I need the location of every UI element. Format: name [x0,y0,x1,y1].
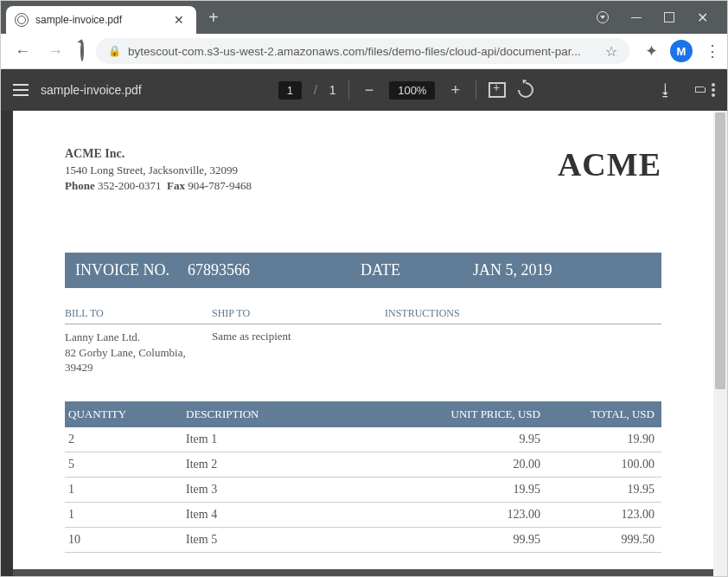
download-icon[interactable]: ⭳ [658,81,674,99]
vertical-scrollbar[interactable] [713,111,727,576]
minimize-button[interactable] [631,17,642,18]
phone-value: 352-200-0371 [98,179,162,192]
globe-icon [15,13,29,27]
back-button[interactable]: ← [10,39,35,64]
toolbar-right: ✦ M ⋮ [636,40,718,62]
table-row: 2 Item 1 9.95 19.90 [65,427,661,452]
titlebar: sample-invoice.pdf ✕ + ✕ [1,1,727,34]
date-label: DATE [361,261,473,279]
page-area[interactable]: ACME Inc. 1540 Long Street, Jacksonville… [13,111,713,576]
pdf-toolbar: sample-invoice.pdf 1 / 1 − 100% + ⭳ [1,69,727,111]
company-block: ACME Inc. 1540 Long Street, Jacksonville… [65,145,252,194]
instructions-label: INSTRUCTIONS [385,307,661,320]
col-quantity: QUANTITY [68,407,186,421]
fax-value: 904-787-9468 [188,179,252,192]
items-header-row: QUANTITY DESCRIPTION UNIT PRICE, USD TOT… [65,401,661,427]
pdf-filename: sample-invoice.pdf [41,83,142,97]
window-controls: ✕ [597,10,727,26]
table-row: 10 Item 5 99.95 999.50 [65,528,661,553]
pdf-viewport: ACME Inc. 1540 Long Street, Jacksonville… [1,111,727,576]
items-table: QUANTITY DESCRIPTION UNIT PRICE, USD TOT… [65,401,661,553]
col-total: TOTAL, USD [540,407,658,421]
page-separator: / [314,83,317,97]
zoom-out-button[interactable]: − [361,81,378,99]
close-window-button[interactable]: ✕ [697,10,708,26]
scrollbar-thumb[interactable] [715,112,725,389]
shipto-value: Same as recipient [212,330,385,375]
zoom-level[interactable]: 100% [389,81,435,99]
phone-label: Phone [65,179,95,192]
url-text: bytescout-com.s3-us-west-2.amazonaws.com… [128,45,598,58]
page-total: 1 [329,83,336,97]
fit-page-icon[interactable] [489,82,506,98]
date-value: JAN 5, 2019 [473,261,646,279]
reload-button[interactable] [75,39,89,64]
section-headers: BILL TO SHIP TO INSTRUCTIONS [65,307,661,324]
billto-name: Lanny Lane Ltd. [65,330,140,343]
zoom-in-button[interactable]: + [447,81,463,99]
forward-button: → [42,39,68,64]
table-row: 5 Item 2 20.00 100.00 [65,452,661,478]
profile-avatar[interactable]: M [670,40,693,62]
col-unit-price: UNIT PRICE, USD [402,407,540,421]
maximize-button[interactable] [664,12,674,22]
address-bar-row: ← → 🔒 bytescout-com.s3-us-west-2.amazona… [1,34,727,69]
col-description: DESCRIPTION [186,407,402,421]
instructions-value [385,330,661,375]
pdf-page: ACME Inc. 1540 Long Street, Jacksonville… [13,111,713,569]
hamburger-icon[interactable] [13,84,29,96]
fax-label: Fax [167,179,185,192]
rotate-icon[interactable] [514,79,536,100]
company-address: 1540 Long Street, Jacksonville, 32099 [65,163,252,178]
invoice-number-value: 67893566 [188,261,361,279]
toolbar-divider [348,80,349,99]
shipto-label: SHIP TO [212,307,385,320]
toolbar-divider [476,80,476,99]
browser-window: sample-invoice.pdf ✕ + ✕ ← → 🔒 bytescout… [0,0,728,577]
table-row: 1 Item 4 123.00 123.00 [65,503,661,528]
invoice-banner: INVOICE NO. 67893566 DATE JAN 5, 2019 [65,253,661,288]
url-box[interactable]: 🔒 bytescout-com.s3-us-west-2.amazonaws.c… [96,38,629,64]
billto-label: BILL TO [65,307,212,320]
invoice-number-label: INVOICE NO. [75,261,188,279]
billto-address: 82 Gorby Lane, Columbia, 39429 [65,346,186,375]
company-name: ACME Inc. [65,145,252,163]
company-logo: ACME [558,145,661,183]
close-icon[interactable]: ✕ [170,13,188,27]
menu-dots-icon[interactable]: ⋮ [705,42,718,61]
tab-title: sample-invoice.pdf [35,14,163,26]
account-dropdown-icon[interactable] [597,11,609,23]
section-values: Lanny Lane Ltd. 82 Gorby Lane, Columbia,… [65,330,661,375]
table-row: 1 Item 3 19.95 19.95 [65,478,661,503]
left-gutter [1,111,13,576]
lock-icon: 🔒 [108,45,121,57]
browser-tab[interactable]: sample-invoice.pdf ✕ [6,6,196,34]
bookmark-star-icon[interactable]: ☆ [605,43,617,60]
more-options-icon[interactable] [712,83,715,97]
extensions-icon[interactable]: ✦ [645,42,658,61]
new-tab-button[interactable]: + [208,8,219,28]
page-number-input[interactable]: 1 [278,81,302,99]
